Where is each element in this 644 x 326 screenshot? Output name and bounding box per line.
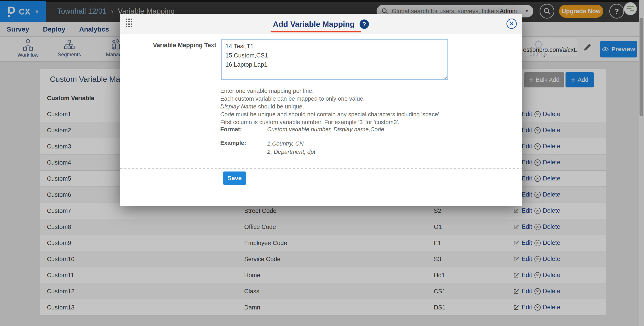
help-line-italic: Code [220,111,234,118]
help-line-text: should be unique. [256,103,304,110]
example-line: 2, Department, dpt [267,148,315,156]
example-line: 1,Country, CN [267,140,315,148]
format-value: Custom variable number, Display name,Cod… [267,126,384,133]
example-label: Example: [220,140,246,146]
help-line: Enter one variable mapping per line. [220,87,441,95]
modal-title: Add Variable Mapping [273,20,355,28]
variable-mapping-textarea[interactable]: 14,Test,T115,Custom,CS116,Laptop,Lap1 [222,39,448,80]
help-line: Code must be unique and should not conta… [220,110,441,118]
textarea-line: 14,Test,T1 [226,42,444,51]
help-line-text: Each custom variable can be mapped to on… [220,95,365,102]
modal-header: Add Variable Mapping ? ✕ [120,14,522,34]
format-label: Format: [220,126,242,133]
modal-title-group: Add Variable Mapping ? [120,14,522,34]
help-line: Display Name should be unique. [220,103,441,110]
modal-help-icon[interactable]: ? [360,20,369,29]
help-line-text: Enter one variable mapping per line. [220,88,314,94]
save-button[interactable]: Save [223,172,246,185]
help-line: Each custom variable can be mapped to on… [220,95,441,103]
help-line-text: must be unique and should not contain an… [234,111,440,118]
textarea-line: 16,Laptop,Lap1 [226,60,444,69]
example-values: 1,Country, CN2, Department, dpt [267,140,315,156]
add-variable-mapping-modal: Add Variable Mapping ? ✕ Variable Mappin… [120,14,522,206]
help-line-italic: Display Name [220,103,256,110]
textarea-line: 15,Custom,CS1 [226,51,444,60]
textarea-resize-grip-icon[interactable] [443,75,447,79]
modal-footer-divider [120,168,522,169]
modal-close-icon[interactable]: ✕ [506,18,517,29]
mapping-help-text: Enter one variable mapping per line. Eac… [220,87,441,126]
variable-mapping-text-label: Variable Mapping Text [142,42,216,49]
screen: CX ▼ Townhall 12/01 › Variable Mapping A… [0,0,644,326]
help-line: First column is custom variable number. … [220,118,441,126]
help-line-text: First column is custom variable number. … [220,119,400,126]
